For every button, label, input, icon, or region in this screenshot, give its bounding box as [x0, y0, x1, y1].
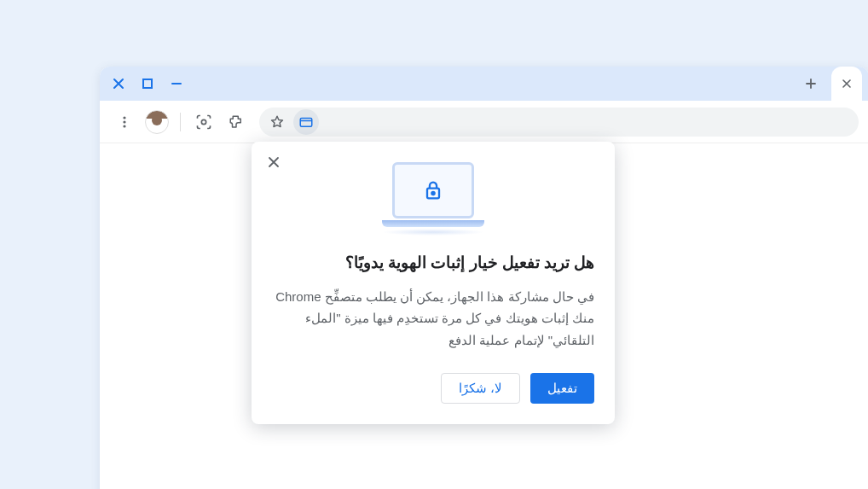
popover-title: هل تريد تفعيل خيار إثبات الهوية يدويًا؟ [272, 253, 594, 274]
payment-card-icon[interactable] [293, 109, 319, 135]
page-content: هل تريد تفعيل خيار إثبات الهوية يدويًا؟ … [100, 143, 868, 489]
bookmark-star-icon[interactable] [264, 109, 290, 135]
toolbar [100, 101, 868, 143]
new-tab-button[interactable] [799, 72, 823, 96]
svg-point-2 [123, 116, 125, 119]
popover-illustration [272, 162, 594, 236]
autofill-verify-popover: هل تريد تفعيل خيار إثبات الهوية يدويًا؟ … [252, 142, 615, 424]
active-tab[interactable] [831, 67, 862, 101]
lens-icon[interactable] [189, 108, 218, 137]
toolbar-divider [180, 113, 181, 131]
extensions-icon[interactable] [222, 108, 251, 137]
omnibox[interactable] [259, 108, 859, 137]
browser-window: هل تريد تفعيل خيار إثبات الهوية يدويًا؟ … [100, 67, 868, 489]
window-controls [107, 72, 188, 96]
popover-close-button[interactable] [262, 150, 286, 174]
no-thanks-button[interactable]: لا، شكرًا [441, 373, 520, 404]
window-maximize-button[interactable] [136, 72, 159, 96]
profile-avatar[interactable] [142, 108, 171, 137]
svg-point-4 [123, 125, 125, 127]
svg-rect-0 [143, 79, 152, 88]
svg-rect-6 [300, 118, 312, 126]
popover-actions: تفعيل لا، شكرًا [272, 373, 594, 404]
svg-point-9 [431, 192, 434, 195]
svg-point-3 [123, 120, 125, 123]
window-close-button[interactable] [107, 72, 130, 96]
lock-icon [421, 178, 445, 202]
svg-point-5 [201, 119, 205, 124]
overflow-menu-icon[interactable] [110, 108, 139, 137]
window-minimize-button[interactable] [165, 72, 188, 96]
popover-body: في حال مشاركة هذا الجهاز، يمكن أن يطلب م… [272, 286, 594, 352]
avatar [145, 110, 169, 134]
enable-button[interactable]: تفعيل [530, 373, 594, 404]
tab-strip [100, 67, 868, 101]
